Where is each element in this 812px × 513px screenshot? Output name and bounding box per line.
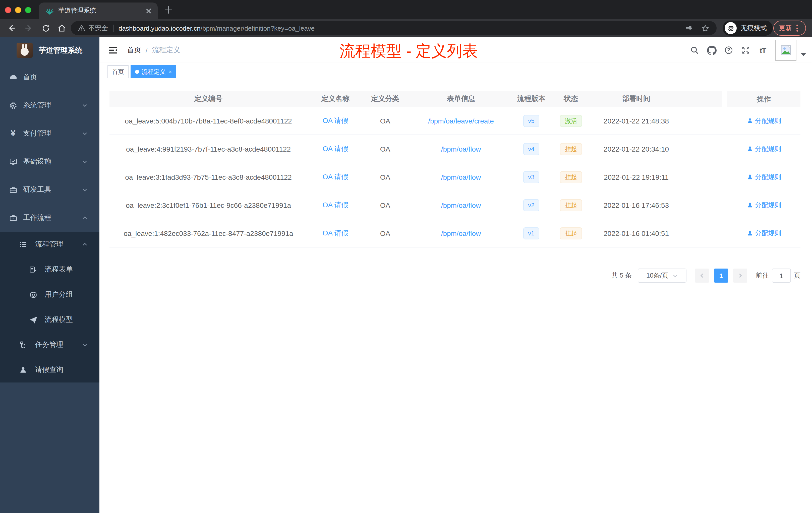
- definition-name-link[interactable]: OA 请假: [323, 144, 348, 152]
- breadcrumb-separator: /: [146, 46, 148, 54]
- chevron-up-icon: [82, 215, 88, 221]
- sidebar-item-label: 流程管理: [35, 240, 63, 249]
- definition-category: OA: [380, 201, 390, 209]
- tag-process-definition[interactable]: 流程定义 ×: [130, 65, 176, 78]
- definition-category: OA: [380, 229, 390, 237]
- avatar[interactable]: [775, 40, 796, 61]
- chevron-down-icon: [82, 130, 88, 137]
- definition-name-link[interactable]: OA 请假: [323, 116, 348, 124]
- sidebar-item-infrastructure[interactable]: 基础设施: [0, 148, 99, 176]
- help-icon[interactable]: [720, 37, 737, 63]
- bookmark-star-icon[interactable]: [701, 24, 709, 32]
- window-zoom-button[interactable]: [25, 7, 31, 13]
- browser-tab[interactable]: 芋道管理系统: [39, 2, 158, 19]
- form-info-link[interactable]: /bpm/oa/leave/create: [428, 117, 494, 125]
- next-page-button[interactable]: [733, 269, 747, 282]
- window-minimize-button[interactable]: [15, 7, 21, 13]
- update-label[interactable]: 更新: [779, 24, 792, 33]
- chevron-down-icon: [82, 159, 88, 164]
- address-bar[interactable]: 不安全 dashboard.yudao.iocoder.cn/bpm/manag…: [71, 21, 717, 35]
- red-annotation-text: 流程模型 - 定义列表: [340, 41, 478, 62]
- toolbox-icon: [8, 185, 18, 194]
- definition-category: OA: [380, 117, 390, 125]
- font-size-icon[interactable]: tT: [754, 37, 771, 63]
- sidebar-item-system[interactable]: 系统管理: [0, 91, 99, 119]
- password-key-icon[interactable]: [686, 24, 694, 32]
- status-badge: 激活: [560, 115, 582, 127]
- forward-button[interactable]: [21, 19, 36, 37]
- col-header-category: 定义分类: [364, 94, 407, 103]
- fullscreen-icon[interactable]: [737, 37, 754, 63]
- tab-title: 芋道管理系统: [58, 6, 145, 15]
- sidebar-item-home[interactable]: 首页: [0, 63, 99, 91]
- assign-rule-button[interactable]: 分配规则: [747, 173, 781, 181]
- definition-name-link[interactable]: OA 请假: [323, 173, 348, 180]
- tag-home[interactable]: 首页: [108, 65, 128, 78]
- definition-id: oa_leave:1:482ec033-762a-11ec-8477-a2380…: [123, 229, 293, 237]
- incognito-badge: 无痕模式: [723, 21, 773, 36]
- definition-category: OA: [380, 173, 390, 181]
- assign-rule-button[interactable]: 分配规则: [747, 144, 781, 153]
- chevron-down-icon: [82, 187, 88, 193]
- col-header-deploy-time: 部署时间: [594, 94, 678, 103]
- scrollbar-gutter: [722, 91, 727, 107]
- chrome-update-button[interactable]: 更新: [773, 21, 806, 36]
- back-button[interactable]: [4, 19, 19, 37]
- page-number-1[interactable]: 1: [714, 269, 728, 282]
- deploy-time: 2022-01-22 21:48:38: [604, 117, 669, 125]
- home-button[interactable]: [54, 19, 69, 37]
- tab-close-icon[interactable]: [145, 7, 153, 15]
- reload-button[interactable]: [38, 19, 53, 37]
- page-size-select[interactable]: 10条/页: [638, 269, 687, 282]
- new-tab-button[interactable]: [165, 6, 172, 13]
- search-icon[interactable]: [686, 37, 703, 63]
- form-info-link[interactable]: /bpm/oa/flow: [441, 145, 481, 153]
- assign-rule-button[interactable]: 分配规则: [747, 116, 781, 125]
- table-row: oa_leave:2:3c1f0ef1-76b1-11ec-9c66-a2380…: [110, 191, 801, 219]
- breadcrumb-home[interactable]: 首页: [127, 46, 141, 55]
- tags-view-bar: 首页 流程定义 ×: [99, 63, 812, 81]
- definition-name-link[interactable]: OA 请假: [323, 229, 348, 237]
- sidebar-item-workflow[interactable]: 工作流程: [0, 204, 99, 232]
- definition-id: oa_leave:4:991f2193-7b7f-11ec-a3c8-acde4…: [126, 145, 291, 153]
- chevron-down-icon: [82, 102, 88, 109]
- assign-rule-button[interactable]: 分配规则: [747, 201, 781, 210]
- definition-name-link[interactable]: OA 请假: [323, 201, 348, 209]
- goto-page-input[interactable]: [772, 269, 791, 282]
- assign-rule-button[interactable]: 分配规则: [747, 229, 781, 238]
- github-icon[interactable]: [703, 37, 720, 63]
- assign-rule-label: 分配规则: [755, 201, 781, 210]
- version-badge: v1: [523, 227, 539, 239]
- sidebar-item-process-form[interactable]: 流程表单: [0, 257, 99, 282]
- sidebar-item-payment[interactable]: ¥ 支付管理: [0, 119, 99, 148]
- sidebar-item-leave-query[interactable]: 请假查询: [0, 357, 99, 383]
- form-info-link[interactable]: /bpm/oa/flow: [441, 229, 481, 237]
- header-actions: tT: [686, 37, 812, 63]
- assign-rule-label: 分配规则: [755, 116, 781, 125]
- window-close-button[interactable]: [5, 7, 11, 13]
- chrome-menu-icon[interactable]: [796, 25, 799, 32]
- version-badge: v2: [523, 199, 539, 211]
- security-warning-icon[interactable]: [78, 25, 85, 32]
- user-icon: [747, 146, 753, 152]
- deploy-time: 2022-01-16 17:46:53: [604, 201, 669, 209]
- prev-page-button[interactable]: [695, 269, 709, 282]
- sidebar-item-task-mgmt[interactable]: 任务管理: [0, 332, 99, 357]
- sidebar-item-label: 首页: [23, 73, 37, 82]
- sidebar-item-user-group[interactable]: 用户分组: [0, 282, 99, 307]
- content-area: 定义编号 定义名称 定义分类 表单信息 流程版本 状态 部署时间 操作 oa_l…: [99, 80, 812, 513]
- sidebar-item-process-model[interactable]: 流程模型: [0, 307, 99, 332]
- col-header-form: 表单信息: [407, 94, 515, 103]
- sidebar-logo[interactable]: 芋道管理系统: [0, 37, 99, 63]
- avatar-dropdown-caret[interactable]: [801, 53, 806, 56]
- urlbar-divider: [113, 25, 114, 32]
- sidebar-collapse-icon[interactable]: [108, 45, 118, 55]
- tag-close-icon[interactable]: ×: [169, 66, 172, 78]
- table-row: oa_leave:1:482ec033-762a-11ec-8477-a2380…: [110, 219, 801, 247]
- breadcrumb-current: 流程定义: [152, 46, 180, 55]
- security-warning-label[interactable]: 不安全: [88, 24, 108, 33]
- sidebar-item-devtools[interactable]: 研发工具: [0, 176, 99, 204]
- form-info-link[interactable]: /bpm/oa/flow: [441, 173, 481, 181]
- form-info-link[interactable]: /bpm/oa/flow: [441, 201, 481, 209]
- sidebar-item-process-mgmt[interactable]: 流程管理: [0, 232, 99, 257]
